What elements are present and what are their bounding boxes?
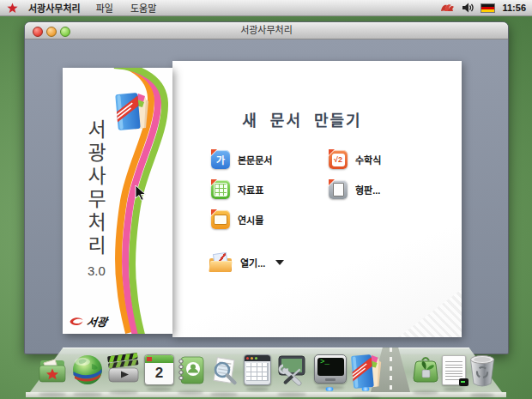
dock-item-documents[interactable]	[36, 354, 69, 390]
documents-icon	[36, 354, 69, 387]
open-button[interactable]: 열기...	[209, 253, 284, 272]
option-text-document[interactable]: 가 본문문서	[211, 150, 272, 169]
option-data-table[interactable]: 자료표	[211, 180, 263, 199]
running-indicator	[324, 387, 335, 391]
template-icon	[329, 180, 348, 199]
dock-item-calculator[interactable]	[244, 354, 271, 385]
window-title: 서광사무처리	[25, 22, 508, 39]
dock-item-web-browser[interactable]	[70, 353, 105, 390]
app-window: 서광사무처리 새 문서 만들기 가 본문문서 √2 수학식 자료표 형판... …	[24, 21, 509, 354]
terminal-icon: >_	[314, 354, 347, 384]
red-flag-icon[interactable]	[440, 3, 455, 13]
calculator-icon	[244, 354, 271, 385]
sogwang-logo: 서광	[68, 313, 107, 329]
window-titlebar[interactable]: 서광사무처리	[25, 22, 508, 39]
dock-item-media-player[interactable]	[106, 353, 141, 389]
calendar-date: 2	[145, 363, 173, 384]
terminal-prompt: >_	[320, 358, 329, 366]
logo-swoosh-icon	[68, 315, 85, 328]
contacts-icon	[175, 354, 206, 385]
option-presentation[interactable]: 연시물	[211, 210, 263, 229]
system-settings-icon	[275, 353, 309, 387]
german-flag-icon[interactable]	[481, 3, 495, 13]
trash-icon	[468, 354, 497, 388]
menu-clock[interactable]: 11:56	[502, 3, 526, 13]
mouse-cursor	[135, 184, 148, 202]
version-label: 3.0	[88, 263, 106, 278]
sidebar-vertical-title: 서광사무처리	[85, 119, 105, 258]
dialog-heading: 새 문서 만들기	[195, 108, 409, 130]
sogwang-office-icon	[348, 352, 383, 391]
dock-item-contacts[interactable]	[175, 354, 206, 389]
dock-item-calendar[interactable]: 2	[144, 354, 174, 385]
option-template[interactable]: 형판...	[329, 180, 380, 199]
dock-item-system-settings[interactable]	[275, 353, 309, 390]
plant-folder-icon	[410, 354, 441, 385]
new-document-panel: 새 문서 만들기 가 본문문서 √2 수학식 자료표 형판... 연시물 열기.…	[172, 61, 462, 337]
menu-app-name[interactable]: 서광사무처리	[28, 1, 81, 15]
dock-item-plant-folder[interactable]	[410, 354, 441, 389]
corner-fold-icon	[210, 179, 218, 187]
corner-fold-icon	[210, 209, 218, 217]
menu-item-file[interactable]: 파일	[94, 1, 115, 15]
corner-texture	[398, 289, 462, 337]
speaker-icon[interactable]	[462, 3, 474, 13]
calendar-icon: 2	[144, 354, 174, 385]
dock-item-terminal[interactable]: >_	[314, 354, 347, 384]
option-math-formula[interactable]: √2 수학식	[329, 150, 381, 169]
desktop: { "colors": { "desktop_green": "#639256"…	[0, 0, 532, 399]
folder-open-icon	[209, 253, 232, 272]
menu-bar: 서광사무처리 파일 도움말 11:56	[0, 0, 532, 16]
corner-fold-icon	[210, 149, 218, 157]
running-indicator	[360, 387, 371, 391]
file-search-icon	[208, 354, 240, 387]
dock-item-file-search[interactable]	[208, 354, 240, 390]
media-player-icon	[106, 353, 141, 385]
data-table-icon	[211, 180, 230, 199]
dropdown-caret-icon	[275, 260, 284, 265]
text-editor-icon	[442, 355, 466, 385]
dock-item-text-editor[interactable]	[442, 355, 466, 385]
text-document-icon: 가	[211, 150, 230, 169]
presentation-icon	[211, 210, 230, 229]
dock-item-trash[interactable]	[468, 354, 497, 391]
corner-fold-icon	[328, 179, 336, 187]
sogwang-book-icon	[112, 90, 150, 133]
web-browser-icon	[70, 353, 105, 387]
math-formula-icon: √2	[329, 150, 348, 169]
red-star-icon[interactable]	[7, 3, 18, 14]
menu-item-help[interactable]: 도움말	[129, 1, 158, 15]
corner-fold-icon	[328, 149, 336, 157]
cover-panel: 서광사무처리 3.0 서광	[63, 68, 172, 334]
